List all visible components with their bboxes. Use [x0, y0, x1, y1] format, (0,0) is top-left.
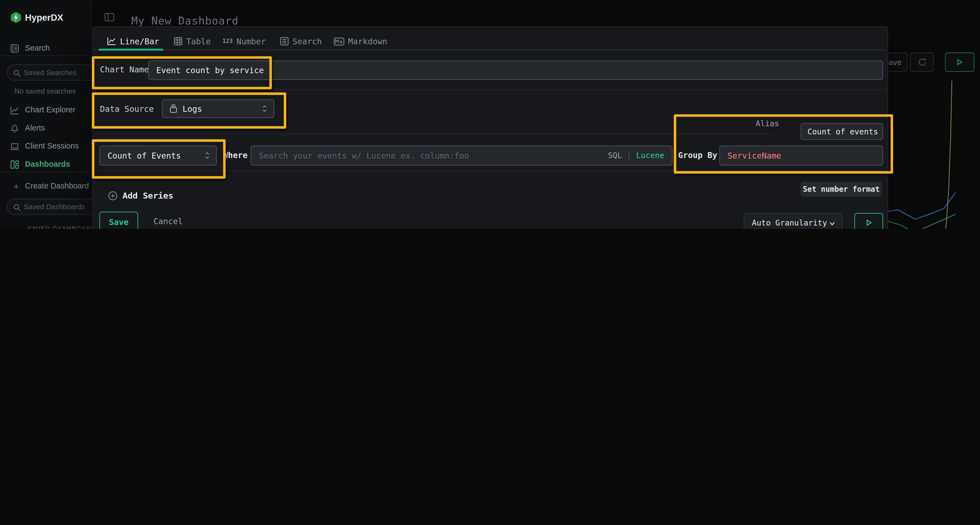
search-doc-icon — [9, 43, 19, 53]
no-saved-searches-text: No saved searches — [14, 87, 76, 95]
save-button[interactable]: Save — [99, 212, 138, 229]
annotation-aggregation — [92, 139, 225, 179]
play-icon — [865, 219, 872, 226]
sidebar-item-client-sessions[interactable]: Client Sessions — [0, 139, 91, 153]
where-input[interactable]: Search your events w/ Lucene ex. column:… — [251, 146, 673, 165]
chart-run-button[interactable] — [854, 213, 883, 229]
add-series-button[interactable]: Add Series — [108, 190, 173, 200]
screen: HyperDX Search Saved Searches No saved s… — [0, 0, 980, 229]
set-number-format-button[interactable]: Set number format — [800, 182, 882, 197]
sidebar-item-alerts[interactable]: Alerts — [0, 121, 91, 135]
tab-number[interactable]: 123 Number — [223, 34, 266, 49]
chart-explorer-icon — [9, 105, 19, 115]
dashboards-icon — [9, 159, 19, 169]
where-label: Where — [223, 151, 248, 160]
sidebar: HyperDX Search Saved Searches No saved s… — [0, 0, 92, 229]
chevron-down-icon — [829, 219, 835, 228]
hyperdx-logo-icon — [11, 12, 21, 23]
series-divider — [100, 133, 774, 134]
tab-table[interactable]: Table — [174, 34, 211, 49]
tabs-underline-track — [93, 49, 886, 50]
sidebar-item-create-dashboard[interactable]: + Create Dashboard — [0, 179, 91, 193]
brand-name: HyperDX — [25, 13, 64, 22]
number-123-icon: 123 — [223, 38, 232, 44]
search-list-icon — [280, 37, 289, 45]
modal-divider — [93, 89, 886, 90]
table-icon — [174, 37, 182, 45]
section-saved-dashboards[interactable]: SAVED DASHBOARDS — [27, 225, 100, 229]
chevron-down-icon — [17, 225, 23, 229]
markdown-icon — [334, 37, 344, 45]
active-tab-underline — [99, 49, 163, 50]
sidebar-item-chart-explorer[interactable]: Chart Explorer — [0, 103, 91, 117]
sidebar-divider — [0, 56, 91, 56]
granularity-select[interactable]: Auto Granularity — [744, 213, 843, 229]
sidebar-divider — [0, 172, 91, 172]
search-icon — [13, 202, 21, 214]
sidebar-collapse-icon[interactable] — [104, 13, 115, 24]
page-title: My New Dashboard — [131, 14, 239, 27]
search-icon — [13, 68, 21, 80]
line-chart-icon — [107, 37, 116, 45]
tab-markdown[interactable]: Markdown — [334, 34, 387, 49]
laptop-icon — [9, 141, 19, 151]
plus-icon: + — [14, 181, 19, 191]
saved-dashboards-input[interactable]: Saved Dashboards — [7, 198, 102, 215]
annotation-chart-name — [92, 56, 272, 89]
tab-line-bar[interactable]: Line/Bar — [107, 34, 159, 49]
circle-plus-icon — [108, 191, 117, 200]
annotation-group-by — [674, 114, 893, 174]
tab-search[interactable]: Search — [280, 34, 322, 49]
background-chart: 4:04:00 PM — [887, 56, 980, 229]
sidebar-item-search[interactable]: Search — [0, 41, 91, 55]
sidebar-item-dashboards[interactable]: Dashboards — [0, 157, 91, 171]
cancel-button[interactable]: Cancel — [150, 212, 187, 229]
saved-searches-input[interactable]: Saved Searches — [7, 64, 102, 81]
bell-icon — [9, 123, 19, 133]
annotation-data-source — [92, 92, 286, 128]
query-language-toggle[interactable]: SQL | Lucene — [608, 151, 664, 160]
